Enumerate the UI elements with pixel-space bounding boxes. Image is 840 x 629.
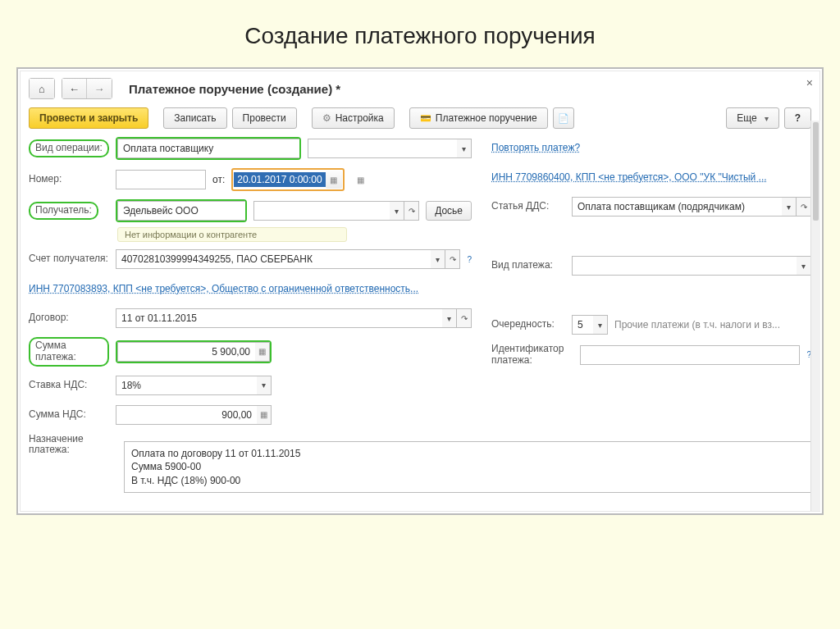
- chevron-down-icon[interactable]: [797, 256, 811, 276]
- post-button[interactable]: Провести: [232, 107, 297, 129]
- number-input[interactable]: [116, 170, 206, 189]
- purpose-input[interactable]: Оплата по договору 11 от 01.11.2015 Сумм…: [124, 441, 811, 493]
- dds-label: Статья ДДС:: [491, 201, 565, 212]
- dds-input[interactable]: Оплата поставщикам (подрядчикам): [572, 197, 782, 217]
- gear-icon: [322, 112, 331, 124]
- print-label: Платежное поручение: [436, 112, 537, 124]
- purpose-line: Оплата по договору 11 от 01.11.2015: [131, 447, 804, 460]
- chevron-down-icon[interactable]: [257, 376, 272, 395]
- chevron-down-icon[interactable]: [431, 249, 445, 269]
- priority-input[interactable]: 5: [572, 315, 593, 335]
- rcpt-account-label: Счет получателя:: [29, 253, 109, 265]
- pay-id-label: Идентификатор платежа:: [491, 344, 573, 367]
- help-icon[interactable]: ?: [467, 255, 472, 264]
- no-info-hint: Нет информации о контрагенте: [117, 227, 347, 242]
- home-button[interactable]: ⌂: [29, 78, 55, 99]
- help-button[interactable]: ?: [784, 107, 811, 129]
- open-receiver-icon[interactable]: [404, 201, 419, 221]
- inn-link[interactable]: ИНН 7709860400, КПП <не требуется>, ООО …: [491, 171, 767, 183]
- form-window: × ⌂ ← → Платежное поручение (создание) *…: [16, 67, 824, 515]
- chevron-down-icon[interactable]: [442, 308, 457, 328]
- op-type-input[interactable]: Оплата поставщику: [117, 139, 299, 158]
- slide-title: Создание платежного поручения: [16, 23, 824, 49]
- op-type-label: Вид операции:: [29, 139, 109, 157]
- pay-type-label: Вид платежа:: [491, 260, 565, 271]
- receiver-input[interactable]: Эдельвейс ООО: [117, 201, 245, 221]
- doc-template-button[interactable]: [553, 107, 574, 129]
- settings-button[interactable]: Настройка: [312, 107, 395, 129]
- priority-label: Очередность:: [491, 319, 565, 330]
- date-input[interactable]: 20.01.2017 0:00:00: [234, 171, 325, 189]
- print-icon: [420, 112, 431, 124]
- home-icon: ⌂: [30, 79, 54, 98]
- extra-date-icon[interactable]: [351, 170, 371, 189]
- more-button[interactable]: Еще: [726, 107, 778, 129]
- rcpt-account-input[interactable]: 40702810399994349255, ПАО СБЕРБАНК: [116, 249, 431, 269]
- print-button[interactable]: Платежное поручение: [409, 107, 548, 129]
- window-title: Платежное поручение (создание) *: [129, 82, 340, 96]
- purpose-line: Сумма 5900-00: [131, 460, 804, 473]
- contract-input[interactable]: 11 от 01.11.2015: [116, 308, 442, 328]
- amount-label: Сумма платежа:: [29, 337, 109, 367]
- open-contract-icon[interactable]: [457, 308, 472, 328]
- purpose-line: В т.ч. НДС (18%) 900-00: [131, 474, 804, 487]
- forward-button[interactable]: →: [87, 79, 112, 98]
- settings-label: Настройка: [336, 112, 384, 124]
- chevron-down-icon[interactable]: [390, 201, 404, 221]
- back-button[interactable]: ←: [62, 79, 87, 98]
- repeat-payment-link[interactable]: Повторять платеж?: [491, 142, 580, 153]
- receiver-label: Получатель:: [29, 202, 98, 220]
- date-from-label: от:: [212, 174, 225, 185]
- priority-note: Прочие платежи (в т.ч. налоги и вз...: [614, 319, 811, 330]
- doc-icon: [558, 112, 569, 124]
- chevron-down-icon[interactable]: [593, 315, 608, 335]
- pay-id-input[interactable]: [580, 345, 800, 365]
- vat-rate-input[interactable]: 18%: [116, 376, 257, 395]
- close-icon[interactable]: ×: [806, 76, 813, 89]
- receiver-extra[interactable]: [253, 201, 390, 221]
- post-and-close-button[interactable]: Провести и закрыть: [29, 107, 148, 129]
- date-value: 20.01.2017 0:00:00: [234, 172, 325, 187]
- calculator-icon[interactable]: [257, 405, 272, 425]
- chevron-down-icon[interactable]: [457, 139, 472, 158]
- purpose-label: Назначение платежа:: [29, 434, 109, 457]
- calculator-icon[interactable]: [255, 342, 270, 362]
- calendar-icon[interactable]: [326, 171, 342, 189]
- amount-input[interactable]: 5 900,00: [117, 342, 255, 362]
- number-label: Номер:: [29, 174, 109, 185]
- save-button[interactable]: Записать: [163, 107, 226, 129]
- vat-sum-label: Сумма НДС:: [29, 409, 109, 421]
- scroll-bar[interactable]: [810, 121, 820, 511]
- open-dds-icon[interactable]: [797, 197, 811, 217]
- chevron-down-icon[interactable]: [782, 197, 797, 217]
- vat-sum-input[interactable]: 900,00: [116, 405, 257, 425]
- dossier-button[interactable]: Досье: [426, 201, 472, 221]
- op-type-extra[interactable]: [308, 139, 457, 158]
- open-account-icon[interactable]: [445, 249, 460, 269]
- pay-type-input[interactable]: [572, 256, 797, 276]
- contract-label: Договор:: [29, 312, 109, 324]
- vat-rate-label: Ставка НДС:: [29, 380, 109, 391]
- org-link[interactable]: ИНН 7707083893, КПП <не требуется>, Обще…: [29, 283, 418, 294]
